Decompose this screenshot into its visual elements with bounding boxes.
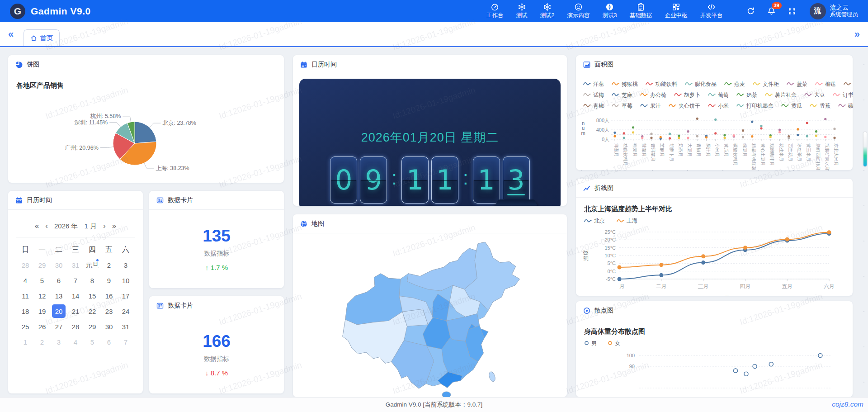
calendar-day[interactable]: 28 [17, 257, 34, 273]
calendar-day[interactable]: 3 [51, 334, 67, 350]
legend-item[interactable]: 青椒 [583, 102, 604, 110]
navbar-item-4[interactable]: 测试3 [596, 3, 623, 19]
legend-item[interactable]: 奶茶 [736, 91, 757, 99]
calendar-day[interactable]: 17 [118, 288, 134, 303]
calendar-day[interactable]: 12 [34, 288, 51, 303]
legend-item[interactable]: 薯片礼盒 [765, 91, 797, 99]
legend-item[interactable]: 膨化食品 [685, 81, 717, 88]
calendar-day[interactable]: 13 [51, 288, 67, 303]
line-chart[interactable]: 25°C20°C15°C10°C5°C0°C-5°C一月二月三月四月五月六月月份… [576, 226, 853, 296]
calendar-day[interactable]: 31 [67, 257, 84, 273]
expand-tabs-icon[interactable]: » [854, 29, 860, 39]
legend-item[interactable]: 香蕉 [810, 102, 830, 110]
calendar-day[interactable]: 7 [118, 334, 134, 350]
user-menu[interactable]: 流 流之云 系统管理员 [810, 3, 859, 19]
pie-chart[interactable]: 北京: 23.78%上海: 38.23%广州: 20.96%深圳: 11.45%… [8, 90, 284, 183]
scatter-chart[interactable]: 10090 [576, 348, 853, 397]
calendar-day[interactable]: 11 [17, 288, 34, 303]
legend-item[interactable]: 小米 [708, 102, 729, 110]
calendar-day[interactable]: 22 [84, 303, 101, 319]
calendar-day[interactable]: 7 [67, 273, 84, 288]
calendar-day[interactable]: 31 [118, 319, 134, 334]
legend-item[interactable]: 打印机墨盒 [736, 102, 774, 110]
calendar-day[interactable]: 4 [17, 273, 34, 288]
calendar-day[interactable]: 19 [34, 303, 51, 319]
navbar-item-6[interactable]: 企业中枢 [659, 3, 694, 19]
calendar-day[interactable]: 21 [67, 303, 84, 319]
legend-item[interactable]: 大豆 [804, 91, 825, 99]
legend-item[interactable]: 办公椅 [640, 91, 666, 99]
refresh-icon[interactable] [746, 7, 755, 15]
legend-item[interactable]: 女 [608, 340, 620, 347]
navbar-item-7[interactable]: 开发平台 [694, 3, 729, 19]
legend-item[interactable]: 洋葱 [583, 81, 604, 88]
legend-item[interactable]: 话梅 [583, 91, 604, 99]
legend-item[interactable]: 榴莲 [815, 81, 836, 88]
calendar-day[interactable]: 29 [84, 319, 101, 334]
calendar-day[interactable]: 2 [34, 334, 51, 350]
page-scrollbar-thumb[interactable] [863, 132, 867, 166]
fullscreen-icon[interactable] [788, 7, 796, 15]
legend-item[interactable]: 草莓 [612, 102, 632, 110]
navbar-item-3[interactable]: 演示内容 [561, 3, 596, 19]
calendar-day[interactable]: 6 [101, 334, 118, 350]
calendar-day[interactable]: 1 [17, 334, 34, 350]
legend-item[interactable]: 黄瓜 [781, 102, 802, 110]
legend-item[interactable]: 订书机 [833, 91, 853, 99]
calendar-day[interactable]: 25 [17, 319, 34, 334]
legend-item[interactable]: 果汁 [640, 102, 661, 110]
navbar-item-1[interactable]: 测试 [510, 3, 534, 19]
calendar-day[interactable]: 8 [84, 273, 101, 288]
calendar-day[interactable]: 18 [17, 303, 34, 319]
navbar-item-0[interactable]: 工作台 [480, 3, 510, 19]
calendar-day[interactable]: 6 [51, 273, 67, 288]
calendar-day[interactable]: 24 [118, 303, 134, 319]
calendar-day[interactable]: 30 [51, 257, 67, 273]
calendar-day[interactable]: 10 [118, 273, 134, 288]
calendar-next-year-icon[interactable]: » [112, 222, 116, 231]
calendar-day[interactable]: 9 [101, 273, 118, 288]
calendar-day[interactable]: 26 [34, 319, 51, 334]
calendar-day[interactable]: 2 [101, 257, 118, 273]
area-chart[interactable]: 0人400人800人num洋葱月功能饮料月燕麦月菠菜月普洱茶月芝麻月胡萝卜月奶茶… [576, 111, 853, 170]
navbar-item-2[interactable]: 测试2 [534, 3, 561, 19]
calendar-day[interactable]: 27 [51, 319, 67, 334]
calendar-prev-month-icon[interactable]: ‹ [45, 222, 48, 231]
china-map[interactable] [293, 233, 567, 397]
legend-item[interactable]: 上海 [617, 217, 637, 225]
calendar-day[interactable]: 29 [34, 257, 51, 273]
calendar-day[interactable]: 23 [101, 303, 118, 319]
calendar-day[interactable]: 5 [84, 334, 101, 350]
legend-item[interactable]: 文件柜 [753, 81, 779, 88]
legend-item[interactable]: 普洱茶 [844, 81, 853, 88]
notification-bell-icon[interactable]: 39 [767, 7, 776, 15]
navbar-item-5[interactable]: 基础数据 [623, 3, 659, 19]
calendar-day[interactable]: 30 [101, 319, 118, 334]
calendar-next-month-icon[interactable]: › [103, 222, 106, 231]
calendar-day[interactable]: 元旦 [84, 257, 101, 273]
legend-item[interactable]: 男 [584, 340, 597, 347]
legend-item[interactable]: 夹心饼干 [669, 102, 700, 110]
collapse-tabs-icon[interactable]: « [8, 29, 14, 39]
calendar-day[interactable]: 5 [34, 273, 51, 288]
calendar-day[interactable]: 4 [67, 334, 84, 350]
calendar-month-label[interactable]: 1 月 [85, 222, 97, 231]
legend-item[interactable]: 胡萝卜 [674, 91, 700, 99]
calendar-prev-year-icon[interactable]: « [35, 222, 39, 231]
tab-home[interactable]: 首页 [24, 29, 60, 46]
legend-item[interactable]: 功能饮料 [646, 81, 677, 88]
calendar-day[interactable]: 14 [67, 288, 84, 303]
legend-item[interactable]: 碳酸饮料 [838, 102, 853, 110]
legend-item[interactable]: 葡萄 [708, 91, 729, 99]
calendar-year-label[interactable]: 2026 年 [54, 222, 78, 231]
legend-item[interactable]: 芝麻 [612, 91, 632, 99]
legend-item[interactable]: 菠菜 [787, 81, 807, 88]
legend-item[interactable]: 燕麦 [724, 81, 745, 88]
calendar-day[interactable]: 16 [101, 288, 118, 303]
calendar-day[interactable]: 15 [84, 288, 101, 303]
legend-item[interactable]: 北京 [584, 217, 605, 225]
legend-item[interactable]: 猕猴桃 [612, 81, 638, 88]
calendar-day[interactable]: 3 [118, 257, 134, 273]
calendar-day-selected[interactable]: 20 [51, 303, 67, 319]
app-logo[interactable]: G [10, 4, 25, 19]
